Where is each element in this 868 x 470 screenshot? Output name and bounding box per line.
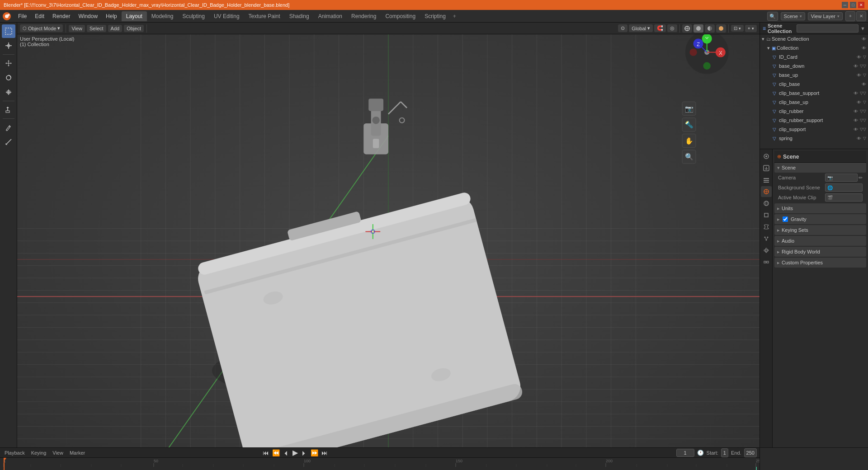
- object-properties-tab[interactable]: [761, 210, 772, 221]
- pivot-selector[interactable]: ⊙: [618, 24, 627, 32]
- tab-modeling[interactable]: Modeling: [147, 11, 178, 21]
- keying-menu[interactable]: Keying: [29, 450, 48, 456]
- add-workspace-button[interactable]: +: [450, 11, 459, 21]
- rigid-body-world-section-header[interactable]: ▸ Rigid Body World: [774, 247, 866, 257]
- menu-window[interactable]: Window: [75, 12, 101, 21]
- outliner-item-clip-base-support[interactable]: ▽ clip_base_support 👁 ▽▽: [760, 89, 868, 98]
- marker-menu[interactable]: Marker: [68, 450, 87, 456]
- snap-button[interactable]: 🧲: [654, 24, 666, 32]
- tab-shading[interactable]: Shading: [285, 11, 314, 21]
- clip-base-support-visibility-icon[interactable]: 👁: [854, 91, 858, 96]
- outliner-item-collection[interactable]: ▾ ▣ Collection 👁: [760, 43, 868, 52]
- select-tool[interactable]: [2, 24, 15, 38]
- move-tool[interactable]: [2, 56, 15, 70]
- outliner-item-clip-support[interactable]: ▽ clip_support 👁 ▽▽: [760, 125, 868, 134]
- keying-sets-section-header[interactable]: ▸ Keying Sets: [774, 225, 866, 235]
- rotate-tool[interactable]: [2, 71, 15, 85]
- measure-tool[interactable]: [2, 135, 15, 149]
- view-layer-properties-tab[interactable]: [761, 174, 772, 185]
- outliner-item-id-card[interactable]: ▽ ID_Card 👁 ▽: [760, 52, 868, 61]
- step-back-button[interactable]: ⏴: [282, 449, 290, 456]
- remove-scene-button[interactable]: ✕: [856, 11, 866, 21]
- close-button[interactable]: ✕: [858, 2, 864, 8]
- outliner-item-clip-base-up[interactable]: ▽ clip_base_up 👁 ▽: [760, 98, 868, 107]
- scene-selector[interactable]: Scene ▾: [781, 12, 805, 20]
- movie-clip-input[interactable]: 🎬: [825, 193, 863, 202]
- base-down-visibility-icon[interactable]: 👁: [854, 64, 858, 69]
- spring-visibility-icon[interactable]: 👁: [857, 136, 861, 141]
- menu-edit[interactable]: Edit: [31, 12, 48, 21]
- menu-render[interactable]: Render: [49, 12, 74, 21]
- id-card-visibility-icon[interactable]: 👁: [857, 55, 861, 60]
- new-scene-button[interactable]: +: [845, 11, 855, 21]
- clip-base-up-visibility-icon[interactable]: 👁: [857, 100, 861, 105]
- wireframe-shading-button[interactable]: [682, 24, 692, 33]
- orientation-selector[interactable]: Global ▾: [629, 24, 653, 32]
- tab-sculpting[interactable]: Sculpting: [178, 11, 209, 21]
- constraints-properties-tab[interactable]: [761, 257, 772, 268]
- 3d-viewport[interactable]: ⬡ Object Mode ▾ View Select Add Object ⊙…: [17, 23, 760, 447]
- scene-properties-tab[interactable]: [761, 186, 772, 197]
- vp-select-menu[interactable]: Select: [87, 25, 106, 32]
- camera-edit-icon[interactable]: ✏: [859, 175, 863, 181]
- jump-to-end-button[interactable]: ⏭: [321, 449, 329, 456]
- maximize-button[interactable]: □: [850, 2, 856, 8]
- clip-base-visibility-icon[interactable]: 👁: [862, 82, 866, 87]
- collection-visibility-icon[interactable]: 👁: [862, 46, 866, 51]
- particles-properties-tab[interactable]: [761, 233, 772, 244]
- annotate-tool[interactable]: [2, 121, 15, 134]
- vp-add-menu[interactable]: Add: [108, 25, 123, 32]
- base-up-visibility-icon[interactable]: 👁: [857, 73, 861, 78]
- clip-rubber-support-visibility-icon[interactable]: 👁: [854, 118, 858, 123]
- jump-forward-button[interactable]: ⏩: [310, 449, 319, 456]
- background-scene-input[interactable]: 🌐: [825, 183, 863, 192]
- outliner-search-input[interactable]: [797, 24, 859, 33]
- vp-view-menu[interactable]: View: [69, 25, 85, 32]
- gizmo-button[interactable]: ⌖ ▾: [745, 25, 757, 32]
- render-properties-tab[interactable]: [761, 151, 772, 162]
- units-section-header[interactable]: ▸ Units: [774, 203, 866, 213]
- camera-input[interactable]: 📷: [825, 174, 858, 182]
- custom-properties-section-header[interactable]: ▸ Custom Properties: [774, 258, 866, 268]
- physics-properties-tab[interactable]: [761, 245, 772, 256]
- cursor-tool[interactable]: [2, 39, 15, 52]
- tab-animation[interactable]: Animation: [314, 11, 347, 21]
- tab-uv-editing[interactable]: UV Editing: [209, 11, 244, 21]
- menu-help[interactable]: Help: [102, 12, 121, 21]
- outliner-item-base-down[interactable]: ▽ base_down 👁 ▽▽: [760, 61, 868, 70]
- menu-file[interactable]: File: [14, 12, 30, 21]
- tab-compositing[interactable]: Compositing: [381, 11, 420, 21]
- outliner-item-spring[interactable]: ▽ spring 👁 ▽: [760, 134, 868, 143]
- viewport-content[interactable]: X Y Z: [17, 34, 760, 447]
- outliner-item-clip-base[interactable]: ▽ clip_base 👁: [760, 80, 868, 89]
- outliner-item-clip-rubber-support[interactable]: ▽ clip_rubber_support 👁 ▽▽: [760, 116, 868, 125]
- play-button[interactable]: ▶: [292, 448, 299, 457]
- proportional-edit-button[interactable]: ◎: [667, 24, 677, 32]
- search-button[interactable]: 🔍: [767, 12, 778, 21]
- minimize-button[interactable]: ─: [842, 2, 848, 8]
- outliner-item-scene-collection[interactable]: ▾ 🗂 Scene Collection 👁: [760, 34, 868, 43]
- timeline-scrubber[interactable]: 1 50 100 150 200 250: [0, 458, 760, 470]
- gravity-section-header[interactable]: ▸ Gravity: [774, 214, 866, 224]
- jump-back-button[interactable]: ⏪: [271, 449, 281, 456]
- outliner-item-clip-rubber[interactable]: ▽ clip_rubber 👁 ▽▽: [760, 107, 868, 116]
- solid-shading-button[interactable]: [693, 24, 703, 33]
- modifier-properties-tab[interactable]: [761, 221, 772, 232]
- playback-menu[interactable]: Playback: [3, 450, 27, 456]
- step-forward-button[interactable]: ⏵: [300, 449, 308, 456]
- scene-section-header[interactable]: ▾ Scene: [774, 163, 866, 173]
- clip-rubber-visibility-icon[interactable]: 👁: [854, 109, 858, 114]
- end-frame-input[interactable]: 250: [744, 448, 757, 457]
- transform-tool[interactable]: [2, 103, 15, 117]
- blender-logo[interactable]: [2, 11, 12, 21]
- rendered-shading-button[interactable]: [716, 24, 726, 33]
- tab-layout[interactable]: Layout: [122, 11, 147, 21]
- clip-support-visibility-icon[interactable]: 👁: [854, 127, 858, 132]
- outliner-filter-icon[interactable]: ▼: [860, 26, 865, 31]
- tab-rendering[interactable]: Rendering: [347, 11, 381, 21]
- world-properties-tab[interactable]: [761, 198, 772, 209]
- current-frame-input[interactable]: 1: [676, 449, 694, 457]
- timeline-view-menu[interactable]: View: [51, 450, 65, 456]
- mode-selector[interactable]: ⬡ Object Mode ▾: [20, 24, 63, 32]
- tab-texture-paint[interactable]: Texture Paint: [244, 11, 285, 21]
